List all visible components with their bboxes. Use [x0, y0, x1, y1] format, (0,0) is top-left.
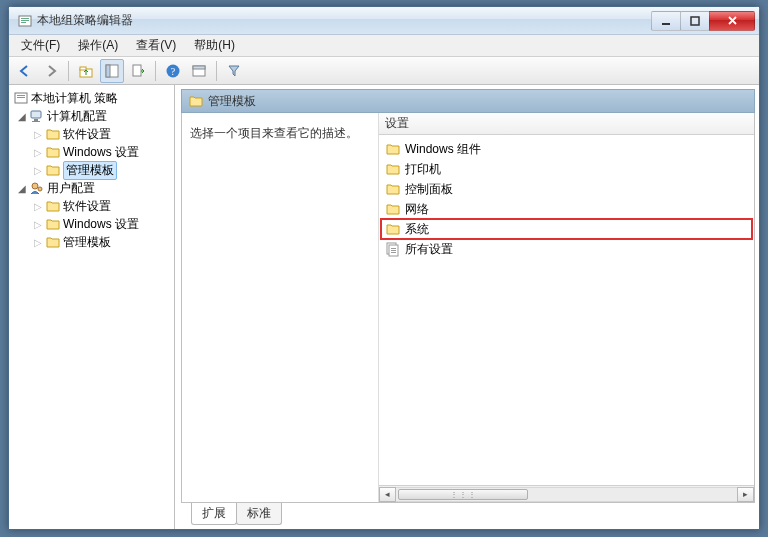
view-tabs: 扩展 标准: [181, 503, 755, 525]
svg-rect-2: [21, 20, 29, 21]
list-item[interactable]: 所有设置: [381, 239, 752, 259]
svg-rect-5: [691, 17, 699, 25]
column-header-setting[interactable]: 设置: [379, 113, 754, 135]
collapse-icon[interactable]: ◢: [15, 181, 29, 195]
folder-icon: [45, 234, 61, 250]
list-item[interactable]: 网络: [381, 199, 752, 219]
maximize-button[interactable]: [680, 11, 710, 31]
folder-icon: [45, 198, 61, 214]
horizontal-scrollbar[interactable]: ◂ ⋮⋮⋮ ▸: [379, 485, 754, 502]
folder-icon: [385, 161, 401, 177]
svg-rect-14: [193, 66, 205, 69]
column-label: 设置: [385, 115, 409, 132]
expand-icon[interactable]: ▷: [31, 127, 45, 141]
svg-point-22: [38, 187, 42, 191]
folder-icon: [45, 144, 61, 160]
menu-view[interactable]: 查看(V): [128, 35, 184, 56]
menu-action[interactable]: 操作(A): [70, 35, 126, 56]
scroll-thumb[interactable]: ⋮⋮⋮: [398, 489, 528, 500]
forward-button[interactable]: [39, 59, 63, 83]
folder-icon: [45, 162, 61, 178]
expand-icon[interactable]: ▷: [31, 145, 45, 159]
list-item[interactable]: 系统: [381, 219, 752, 239]
tree-computer-config[interactable]: ◢ 计算机配置: [11, 107, 172, 125]
list-item-label: Windows 组件: [405, 141, 481, 158]
export-list-button[interactable]: [126, 59, 150, 83]
expand-icon[interactable]: ▷: [31, 163, 45, 177]
tree-pane[interactable]: 本地计算机 策略 ◢ 计算机配置 ▷ 软件设置 ▷ Windows 设置: [9, 85, 175, 529]
details-body: 选择一个项目来查看它的描述。 设置 Windows 组件打印机控制面板网络系统所…: [181, 113, 755, 503]
svg-rect-27: [391, 252, 396, 253]
details-header-title: 管理模板: [208, 93, 256, 110]
tree-admin-templates-user[interactable]: ▷ 管理模板: [11, 233, 172, 251]
svg-rect-16: [17, 95, 25, 96]
scroll-left-button[interactable]: ◂: [379, 487, 396, 502]
tree-label: Windows 设置: [63, 216, 139, 233]
list-item[interactable]: 控制面板: [381, 179, 752, 199]
svg-rect-17: [17, 97, 25, 98]
tree-admin-templates[interactable]: ▷ 管理模板: [11, 161, 172, 179]
filter-button[interactable]: [222, 59, 246, 83]
menu-file[interactable]: 文件(F): [13, 35, 68, 56]
tree-windows-settings-user[interactable]: ▷ Windows 设置: [11, 215, 172, 233]
menu-help[interactable]: 帮助(H): [186, 35, 243, 56]
expand-icon[interactable]: ▷: [31, 199, 45, 213]
details-header: 管理模板: [181, 89, 755, 113]
tree-label: 用户配置: [47, 180, 95, 197]
expand-icon[interactable]: ▷: [31, 217, 45, 231]
settings-list: 设置 Windows 组件打印机控制面板网络系统所有设置 ◂ ⋮⋮⋮ ▸: [378, 113, 754, 502]
folder-icon: [45, 126, 61, 142]
tree-software-settings[interactable]: ▷ 软件设置: [11, 125, 172, 143]
folder-icon: [45, 216, 61, 232]
tree-label: 管理模板: [63, 234, 111, 251]
scroll-right-button[interactable]: ▸: [737, 487, 754, 502]
tree-software-settings-user[interactable]: ▷ 软件设置: [11, 197, 172, 215]
folder-icon: [385, 181, 401, 197]
list-item-label: 所有设置: [405, 241, 453, 258]
tree-root[interactable]: 本地计算机 策略: [11, 89, 172, 107]
description-text: 选择一个项目来查看它的描述。: [190, 126, 358, 140]
svg-rect-7: [80, 67, 86, 70]
tree-label: 计算机配置: [47, 108, 107, 125]
list-body[interactable]: Windows 组件打印机控制面板网络系统所有设置: [379, 135, 754, 485]
list-item-label: 网络: [405, 201, 429, 218]
toolbar-separator: [216, 61, 217, 81]
svg-rect-20: [32, 121, 40, 122]
window-title: 本地组策略编辑器: [37, 12, 652, 29]
expand-icon[interactable]: ▷: [31, 235, 45, 249]
up-button[interactable]: [74, 59, 98, 83]
toolbar-separator: [68, 61, 69, 81]
svg-rect-18: [31, 111, 41, 118]
help-button[interactable]: ?: [161, 59, 185, 83]
app-window: 本地组策略编辑器 文件(F) 操作(A) 查看(V) 帮助(H) ?: [8, 6, 760, 530]
svg-rect-10: [133, 65, 141, 76]
close-button[interactable]: [709, 11, 755, 31]
tab-standard[interactable]: 标准: [236, 503, 282, 525]
scroll-track[interactable]: ⋮⋮⋮: [396, 487, 737, 502]
toolbar-separator: [155, 61, 156, 81]
svg-rect-3: [21, 22, 26, 23]
window-controls: [652, 11, 755, 31]
svg-rect-4: [662, 23, 670, 25]
tree-user-config[interactable]: ◢ 用户配置: [11, 179, 172, 197]
back-button[interactable]: [13, 59, 37, 83]
tree-label: 软件设置: [63, 126, 111, 143]
svg-rect-25: [391, 248, 396, 249]
folder-icon: [385, 221, 401, 237]
collapse-icon[interactable]: ◢: [15, 109, 29, 123]
list-item[interactable]: 打印机: [381, 159, 752, 179]
tree-windows-settings[interactable]: ▷ Windows 设置: [11, 143, 172, 161]
title-bar: 本地组策略编辑器: [9, 7, 759, 35]
policy-icon: [13, 90, 29, 106]
svg-point-21: [32, 183, 38, 189]
list-item[interactable]: Windows 组件: [381, 139, 752, 159]
properties-button[interactable]: [187, 59, 211, 83]
content-area: 本地计算机 策略 ◢ 计算机配置 ▷ 软件设置 ▷ Windows 设置: [9, 85, 759, 529]
settings-icon: [385, 241, 401, 257]
tab-extended[interactable]: 扩展: [191, 503, 237, 525]
minimize-button[interactable]: [651, 11, 681, 31]
computer-icon: [29, 108, 45, 124]
show-hide-tree-button[interactable]: [100, 59, 124, 83]
list-item-label: 控制面板: [405, 181, 453, 198]
folder-icon: [188, 93, 204, 109]
